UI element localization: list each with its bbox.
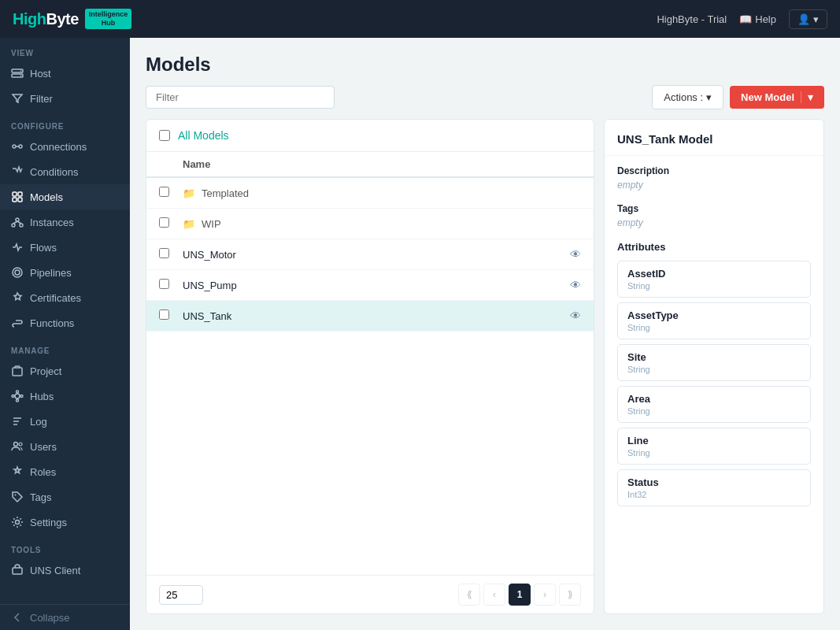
next-page-button[interactable]: › <box>534 584 556 606</box>
sidebar-item-certificates[interactable]: Certificates <box>0 285 130 310</box>
table-row[interactable]: UNS_Motor 👁 <box>146 239 594 270</box>
row-name: UNS_Tank <box>183 310 570 322</box>
chevron-right-icon: › <box>543 589 546 600</box>
sidebar-item-users-label: Users <box>30 441 57 453</box>
sidebar-item-uns-client[interactable]: UNS Client <box>0 558 130 583</box>
help-link[interactable]: 📖 Help <box>739 13 776 25</box>
sidebar-item-settings[interactable]: Settings <box>0 510 130 535</box>
host-icon <box>11 67 24 80</box>
sidebar-item-connections[interactable]: Connections <box>0 134 130 159</box>
sidebar-item-pipelines[interactable]: Pipelines <box>0 260 130 285</box>
row-name: 📁 Templated <box>183 187 581 199</box>
prev-page-button[interactable]: ‹ <box>483 584 505 606</box>
sidebar-item-users[interactable]: Users <box>0 434 130 459</box>
sidebar-item-instances[interactable]: Instances <box>0 209 130 235</box>
attribute-type: String <box>627 365 801 374</box>
attribute-name: Site <box>627 351 801 363</box>
pagination-bar: 10 25 50 100 ⟪ ‹ <box>146 575 594 613</box>
tags-value: empty <box>617 217 811 228</box>
sidebar-item-project-label: Project <box>30 365 61 377</box>
svg-point-19 <box>15 394 20 398</box>
attribute-type: String <box>627 406 801 416</box>
svg-rect-7 <box>13 192 17 196</box>
chevron-down-icon <box>813 13 819 25</box>
last-page-button[interactable]: ⟫ <box>559 584 581 606</box>
sidebar-item-filter[interactable]: Filter <box>0 86 130 111</box>
svg-point-30 <box>15 495 17 496</box>
main-layout: VIEW Host Filter CONFIGURE <box>0 38 840 630</box>
attribute-item: Area String <box>617 386 811 423</box>
sidebar-item-host-label: Host <box>30 68 51 80</box>
sidebar-item-tags[interactable]: Tags <box>0 484 130 510</box>
instances-icon <box>11 216 24 228</box>
row-checkbox[interactable] <box>159 217 169 228</box>
hubs-icon <box>11 390 24 402</box>
sidebar-item-functions[interactable]: Functions <box>0 310 130 335</box>
table-row[interactable]: 📁 WIP <box>146 209 594 239</box>
svg-point-4 <box>13 145 16 148</box>
sidebar-item-conditions[interactable]: Conditions <box>0 159 130 184</box>
detail-description-section: Description empty <box>605 156 823 194</box>
skip-last-icon: ⟫ <box>568 589 573 600</box>
row-name: UNS_Motor <box>183 249 570 261</box>
svg-point-17 <box>15 270 20 275</box>
project-icon <box>11 365 24 377</box>
user-menu-button[interactable]: 👤 <box>789 9 827 29</box>
table-row[interactable]: UNS_Pump 👁 <box>146 270 594 301</box>
sidebar-item-uns-client-label: UNS Client <box>30 565 80 576</box>
sidebar-item-roles[interactable]: Roles <box>0 459 130 484</box>
sidebar-item-project[interactable]: Project <box>0 358 130 384</box>
table-row[interactable]: 📁 Templated <box>146 178 594 209</box>
column-name: Name <box>183 158 581 170</box>
row-name: UNS_Pump <box>183 280 570 291</box>
svg-point-21 <box>17 399 19 402</box>
row-checkbox-area <box>159 217 183 231</box>
sidebar-item-hubs[interactable]: Hubs <box>0 384 130 409</box>
conditions-icon <box>11 165 24 178</box>
sidebar-collapse-button[interactable]: Collapse <box>0 605 130 630</box>
sidebar-item-log[interactable]: Log <box>0 409 130 434</box>
actions-button[interactable]: Actions : <box>652 85 723 109</box>
all-models-label[interactable]: All Models <box>178 129 229 142</box>
svg-rect-18 <box>13 368 22 376</box>
filter-input[interactable] <box>146 86 335 109</box>
book-icon: 📖 <box>739 13 752 25</box>
settings-icon <box>11 516 24 528</box>
page-number: 1 <box>517 589 523 600</box>
row-actions: 👁 <box>570 248 581 261</box>
attribute-name: Line <box>627 435 801 447</box>
per-page-dropdown[interactable]: 10 25 50 100 <box>159 585 203 605</box>
sidebar-item-models[interactable]: Models <box>0 184 130 209</box>
new-model-button[interactable]: New Model ▾ <box>730 86 824 109</box>
configure-section-label: CONFIGURE <box>0 111 130 134</box>
svg-point-20 <box>17 391 19 393</box>
svg-point-3 <box>20 75 22 76</box>
detail-tags-section: Tags empty <box>605 194 823 232</box>
topnav: HighByte IntelligenceHub HighByte - Tria… <box>0 0 840 38</box>
first-page-button[interactable]: ⟪ <box>458 584 480 606</box>
eye-button[interactable]: 👁 <box>570 279 581 291</box>
attribute-item: Line String <box>617 428 811 465</box>
eye-button[interactable]: 👁 <box>570 309 581 322</box>
sidebar-item-flows-label: Flows <box>30 242 57 254</box>
row-checkbox[interactable] <box>159 309 169 320</box>
roles-icon <box>11 465 24 478</box>
skip-first-icon: ⟪ <box>467 589 472 600</box>
detail-panel: UNS_Tank Model Description empty Tags em… <box>604 119 824 614</box>
eye-button[interactable]: 👁 <box>570 248 581 261</box>
sidebar-item-flows[interactable]: Flows <box>0 235 130 260</box>
svg-point-29 <box>19 443 22 446</box>
table-row[interactable]: UNS_Tank 👁 <box>146 301 594 332</box>
select-all-checkbox[interactable] <box>159 130 170 141</box>
page-1-button[interactable]: 1 <box>509 584 531 606</box>
folder-icon: 📁 <box>183 187 195 199</box>
sidebar-item-log-label: Log <box>30 416 47 428</box>
logo-badge: IntelligenceHub <box>85 9 132 29</box>
row-checkbox[interactable] <box>159 279 169 289</box>
sidebar-item-conditions-label: Conditions <box>30 166 78 178</box>
row-checkbox[interactable] <box>159 187 169 197</box>
sidebar-item-host[interactable]: Host <box>0 61 130 86</box>
view-section-label: VIEW <box>0 38 130 61</box>
logo-area: HighByte IntelligenceHub <box>13 9 131 29</box>
row-checkbox[interactable] <box>159 248 169 258</box>
